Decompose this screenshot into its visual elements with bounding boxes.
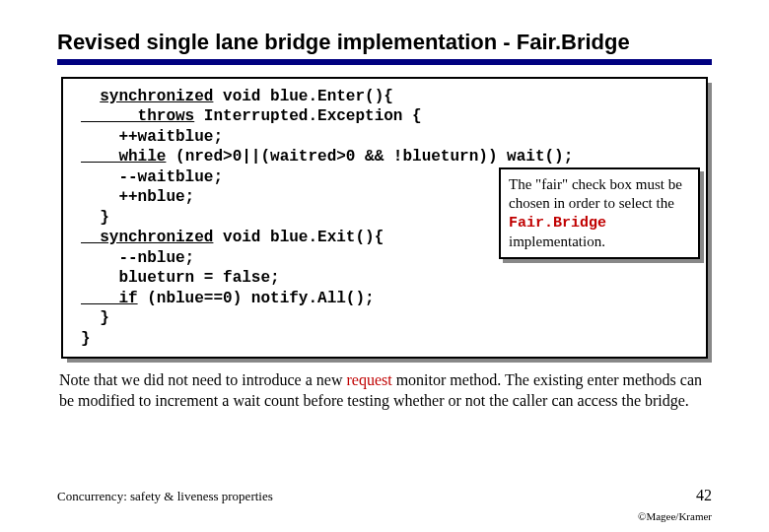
body-request-word: request — [346, 371, 391, 388]
body-paragraph: Note that we did not need to introduce a… — [59, 370, 710, 412]
code-line: throws Interrupted.Exception { — [81, 107, 422, 125]
note-text: implementation. — [509, 233, 605, 249]
code-line: } — [81, 309, 109, 327]
code-line: --nblue; — [81, 249, 194, 267]
note-text: The "fair" check box must be chosen in o… — [509, 176, 682, 211]
note-callout: The "fair" check box must be chosen in o… — [499, 167, 700, 259]
body-text: Note that we did not need to introduce a… — [59, 371, 346, 388]
slide-number: 42 — [696, 487, 712, 504]
code-line: ++waitblue; — [81, 128, 223, 146]
note-box: The "fair" check box must be chosen in o… — [499, 167, 700, 259]
code-line: } — [81, 330, 91, 348]
kw-synchronized: synchronized — [81, 229, 213, 246]
slide: Revised single lane bridge implementatio… — [0, 0, 769, 412]
code-line: blueturn = false; — [81, 269, 280, 287]
code-line: synchronized void blue.Exit(){ — [81, 229, 384, 246]
title-rule — [57, 59, 712, 65]
slide-title: Revised single lane bridge implementatio… — [57, 30, 712, 55]
footer-left: Concurrency: safety & liveness propertie… — [57, 489, 273, 504]
kw-if: if — [81, 290, 138, 307]
code-block: synchronized void blue.Enter(){ throws I… — [61, 77, 708, 359]
code-line: } — [81, 209, 109, 227]
code-line: --waitblue; — [81, 168, 223, 186]
code-line: ++nblue; — [81, 188, 194, 206]
kw-while: while — [81, 148, 166, 166]
code-line: if (nblue==0) notify.All(); — [81, 290, 375, 307]
note-fair-label: Fair.Bridge — [509, 215, 606, 232]
copyright: ©Magee/Kramer — [638, 510, 712, 522]
kw-synchronized: synchronized — [100, 88, 213, 105]
code-line: synchronized void blue.Enter(){ — [81, 88, 393, 105]
kw-throws: throws — [81, 107, 194, 125]
code-line: while (nred>0||(waitred>0 && !blueturn))… — [81, 148, 573, 166]
footer: Concurrency: safety & liveness propertie… — [57, 487, 712, 504]
